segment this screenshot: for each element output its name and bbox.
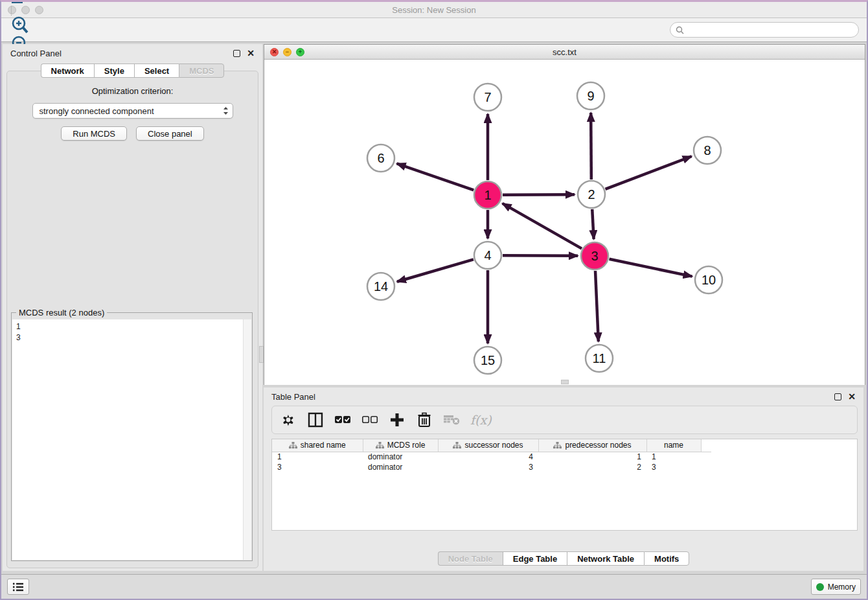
export-image-icon[interactable] [10, 0, 30, 6]
search-field[interactable] [670, 22, 859, 38]
horizontal-splitter-handle[interactable] [561, 380, 569, 384]
network-canvas[interactable]: 7968124314101511 [264, 60, 865, 385]
tab-mcds[interactable]: MCDS [179, 63, 224, 78]
tab-node-table[interactable]: Node Table [438, 551, 503, 566]
node-7[interactable]: 7 [474, 84, 501, 111]
svg-text:11: 11 [593, 351, 606, 365]
node-8[interactable]: 8 [694, 137, 721, 164]
cell-name[interactable]: 3 [646, 462, 701, 472]
cell-MCDS-role[interactable]: dominator [363, 452, 438, 462]
table-settings-icon[interactable] [280, 411, 297, 428]
edge-3-1[interactable] [503, 203, 582, 249]
node-2[interactable]: 2 [578, 181, 605, 208]
cell-successor-nodes[interactable]: 3 [438, 462, 538, 472]
node-14[interactable]: 14 [367, 273, 394, 300]
optimization-criterion-select[interactable]: strongly connected component [32, 103, 233, 119]
select-all-icon[interactable] [334, 411, 351, 428]
column-header-name[interactable]: name [646, 439, 701, 452]
edge-3-11[interactable] [595, 271, 599, 341]
chevron-up-down-icon [223, 106, 229, 115]
edge-4-14[interactable] [397, 259, 474, 281]
edge-2-9[interactable] [591, 113, 591, 179]
status-bar: Memory [1, 574, 867, 599]
cell-predecessor-nodes[interactable]: 2 [538, 462, 646, 472]
split-panel-icon[interactable] [307, 411, 324, 428]
mcds-result-group: MCDS result (2 nodes) 1 3 [11, 312, 253, 561]
cell-successor-nodes[interactable]: 4 [438, 452, 538, 462]
svg-text:2: 2 [588, 187, 595, 202]
mcds-result-title: MCDS result (2 nodes) [16, 308, 107, 317]
node-6[interactable]: 6 [367, 144, 394, 172]
svg-text:3: 3 [591, 249, 598, 263]
cell-shared-name[interactable]: 3 [272, 462, 363, 472]
memory-button[interactable]: Memory [811, 579, 861, 595]
svg-text:15: 15 [481, 353, 495, 367]
control-panel: Control Panel ✕ NetworkStyleSelectMCDS O… [3, 44, 262, 571]
float-panel-icon[interactable] [233, 50, 240, 57]
node-3[interactable]: 3 [581, 242, 608, 270]
edge-4-3[interactable] [503, 255, 578, 256]
network-graph[interactable]: 7968124314101511 [264, 60, 865, 385]
selected-criterion: strongly connected component [40, 106, 223, 116]
vertical-splitter-handle[interactable] [259, 346, 264, 363]
deselect-all-icon[interactable] [361, 411, 378, 428]
mcds-result-text[interactable]: 1 3 [12, 319, 243, 560]
cell-MCDS-role[interactable]: dominator [363, 462, 438, 472]
svg-text:14: 14 [374, 279, 388, 294]
node-10[interactable]: 10 [695, 266, 722, 294]
node-4[interactable]: 4 [474, 242, 501, 269]
column-header-successor-nodes[interactable]: successor nodes [438, 439, 538, 452]
node-1[interactable]: 1 [474, 181, 501, 209]
edge-2-8[interactable] [606, 156, 692, 189]
main-toolbar [1, 18, 867, 42]
search-input[interactable] [687, 25, 858, 34]
tab-select[interactable]: Select [134, 63, 179, 78]
memory-label: Memory [828, 583, 856, 592]
column-header-filler [701, 439, 711, 452]
table-panel-title: Table Panel [271, 392, 834, 402]
node-15[interactable]: 15 [474, 347, 501, 374]
result-scrollbar[interactable] [243, 319, 251, 560]
control-panel-title: Control Panel [10, 49, 233, 58]
tab-edge-table[interactable]: Edge Table [503, 551, 567, 566]
memory-status-icon [816, 583, 824, 591]
close-panel-icon[interactable]: ✕ [247, 50, 255, 57]
run-mcds-button[interactable]: Run MCDS [61, 126, 127, 141]
svg-text:9: 9 [587, 89, 594, 103]
column-header-predecessor-nodes[interactable]: predecessor nodes [538, 439, 646, 452]
column-header-MCDS-role[interactable]: MCDS role [363, 439, 438, 452]
float-table-panel-icon[interactable] [834, 393, 841, 400]
search-icon [676, 26, 684, 34]
network-window-title: scc.txt [264, 47, 865, 57]
delete-table-icon [443, 411, 460, 428]
edge-3-10[interactable] [610, 259, 692, 277]
tab-motifs[interactable]: Motifs [644, 551, 689, 566]
svg-text:6: 6 [377, 151, 384, 165]
close-table-panel-icon[interactable]: ✕ [848, 393, 856, 400]
show-panels-button[interactable] [7, 579, 29, 595]
edge-1-6[interactable] [397, 163, 474, 190]
tab-style[interactable]: Style [94, 63, 134, 78]
tab-network-table[interactable]: Network Table [567, 551, 644, 566]
add-column-icon[interactable] [389, 411, 405, 428]
table-row[interactable]: 1dominator411 [272, 452, 711, 462]
network-view-window: ✕ − + scc.txt 7968124314101511 [264, 44, 865, 385]
network-window-titlebar[interactable]: ✕ − + scc.txt [264, 45, 865, 60]
window-title: Session: New Session [1, 5, 867, 15]
titlebar: Session: New Session [1, 2, 867, 18]
column-header-shared-name[interactable]: shared name [272, 439, 363, 452]
delete-column-icon[interactable] [416, 411, 433, 428]
application-window: { "window": { "title": "Session: New Ses… [0, 0, 868, 600]
cell-shared-name[interactable]: 1 [272, 452, 363, 462]
node-9[interactable]: 9 [577, 82, 604, 110]
cell-name[interactable]: 1 [646, 452, 701, 462]
function-builder-icon[interactable]: f(x) [470, 413, 492, 427]
node-11[interactable]: 11 [586, 345, 613, 372]
table-row[interactable]: 3dominator323 [272, 462, 711, 472]
zoom-in-icon[interactable] [10, 16, 30, 35]
edge-1-2[interactable] [503, 194, 575, 195]
close-panel-button[interactable]: Close panel [136, 126, 204, 141]
tab-network[interactable]: Network [41, 63, 94, 78]
edge-2-3[interactable] [592, 209, 593, 239]
cell-predecessor-nodes[interactable]: 1 [538, 452, 646, 462]
